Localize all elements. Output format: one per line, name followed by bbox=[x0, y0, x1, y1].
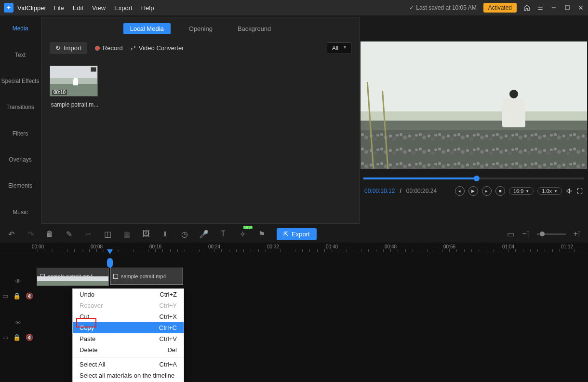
context-menu-item[interactable]: CopyCtrl+C bbox=[73, 322, 184, 333]
video-track-icon[interactable]: ▭ bbox=[2, 292, 8, 300]
track-controls-video2b: ▭ 🔒 🔇 bbox=[0, 324, 36, 351]
sidebar: Media Text Special Effects Transitions F… bbox=[0, 15, 40, 225]
activated-badge[interactable]: Activated bbox=[483, 3, 517, 13]
prev-frame-button[interactable]: ◂ bbox=[455, 186, 465, 196]
video-track-icon[interactable]: ▭ bbox=[2, 334, 8, 341]
ruler-label: 00:56 bbox=[443, 244, 455, 249]
import-icon: ↻ bbox=[55, 44, 61, 52]
flag-icon[interactable]: ⚑ bbox=[257, 230, 266, 238]
undo-icon[interactable]: ↶ bbox=[7, 230, 15, 238]
redo-icon[interactable]: ↷ bbox=[26, 230, 35, 238]
mute-icon[interactable]: 🔇 bbox=[26, 292, 33, 300]
media-panel: Local Media Opening Background ↻ Import … bbox=[41, 17, 360, 224]
sidebar-item-special-effects[interactable]: Special Effects bbox=[0, 68, 40, 94]
sidebar-item-transitions[interactable]: Transitions bbox=[0, 94, 40, 120]
media-duration: 00:10 bbox=[52, 90, 67, 95]
lock-icon[interactable]: 🔒 bbox=[13, 334, 21, 341]
timeline-clip[interactable]: sample potrait.mp4 bbox=[110, 268, 183, 285]
maximize-icon[interactable] bbox=[564, 4, 571, 11]
export-label: Export bbox=[292, 231, 310, 238]
context-menu-item[interactable]: CutCtrl+X bbox=[73, 311, 184, 322]
sidebar-item-music[interactable]: Music bbox=[0, 199, 40, 225]
import-button[interactable]: ↻ Import bbox=[50, 42, 87, 54]
clock-icon[interactable]: ◷ bbox=[180, 230, 189, 238]
timecode-duration: 00:00:20.24 bbox=[406, 188, 437, 194]
preview-video[interactable] bbox=[361, 41, 587, 169]
mute-icon[interactable]: 🔇 bbox=[26, 334, 33, 341]
text-tool-icon[interactable]: T bbox=[219, 230, 227, 238]
ruler-label: 00:48 bbox=[385, 244, 397, 249]
video-converter-button[interactable]: ⇄ Video Converter bbox=[131, 44, 184, 52]
media-item[interactable]: 00:10 sample potrait.m... bbox=[50, 66, 100, 108]
effects-icon[interactable]: ✧ bbox=[238, 230, 247, 238]
minimize-icon[interactable] bbox=[550, 4, 557, 11]
timeline-ruler[interactable]: 00:0000:0800:1600:2400:3200:4000:4800:56… bbox=[0, 243, 588, 253]
next-frame-button[interactable]: ▸ bbox=[482, 186, 492, 196]
delete-icon[interactable]: 🗑 bbox=[45, 230, 54, 238]
record-button[interactable]: Record bbox=[95, 44, 123, 52]
media-filter-dropdown[interactable]: All bbox=[327, 42, 351, 54]
play-overlay-icon bbox=[91, 67, 96, 72]
timeline-toolbar: ↶ ↷ 🗑 ✎ ✂ ◫ ▦ 🖼 ⫫ ◷ 🎤 T ✧ ⚑ ⇱ Export ▭ −… bbox=[0, 225, 588, 243]
context-menu-item[interactable]: Select all materials on the timeline bbox=[73, 370, 184, 381]
playhead[interactable] bbox=[107, 243, 113, 270]
ruler-label: 00:16 bbox=[149, 244, 161, 249]
mic-icon[interactable]: 🎤 bbox=[200, 230, 208, 238]
cut-icon[interactable]: ✂ bbox=[84, 230, 93, 238]
home-icon[interactable] bbox=[523, 4, 530, 11]
speed-dropdown[interactable]: 1.0x▼ bbox=[537, 187, 562, 195]
crop-icon[interactable]: ◫ bbox=[103, 230, 112, 238]
app-logo: ✦ bbox=[4, 3, 13, 13]
fullscreen-icon[interactable] bbox=[576, 188, 583, 194]
timecode-current: 00:00:10.12 bbox=[364, 188, 395, 194]
edit-icon[interactable]: ✎ bbox=[65, 230, 73, 238]
picture-icon[interactable]: 🖼 bbox=[142, 230, 150, 238]
record-icon bbox=[95, 46, 100, 51]
check-icon: ✓ bbox=[409, 4, 414, 11]
eye-icon[interactable]: 👁 bbox=[15, 278, 21, 285]
app-name: VidClipper bbox=[17, 4, 46, 12]
menu-export[interactable]: Export bbox=[114, 4, 133, 12]
zoom-slider[interactable] bbox=[537, 233, 566, 235]
tab-opening[interactable]: Opening bbox=[182, 23, 219, 34]
context-menu-item[interactable]: PasteCtrl+V bbox=[73, 333, 184, 344]
close-icon[interactable] bbox=[577, 4, 584, 11]
chart-icon[interactable]: ⫫ bbox=[161, 230, 170, 238]
tab-local-media[interactable]: Local Media bbox=[123, 23, 171, 34]
menu-view[interactable]: View bbox=[92, 4, 106, 12]
context-menu-item[interactable]: DeleteDel bbox=[73, 344, 184, 355]
sidebar-item-overlays[interactable]: Overlays bbox=[0, 147, 40, 173]
play-button[interactable]: ▶ bbox=[468, 186, 478, 196]
stop-button[interactable]: ■ bbox=[495, 186, 505, 196]
tab-background[interactable]: Background bbox=[231, 23, 278, 34]
sidebar-item-filters[interactable]: Filters bbox=[0, 121, 40, 147]
menu-help[interactable]: Help bbox=[141, 4, 154, 12]
titlebar: ✦ VidClipper File Edit View Export Help … bbox=[0, 0, 588, 15]
export-button[interactable]: ⇱ Export bbox=[277, 228, 317, 240]
context-menu-item[interactable]: UndoCtrl+Z bbox=[73, 289, 184, 300]
menu-file[interactable]: File bbox=[54, 4, 64, 12]
eye-icon[interactable]: 👁 bbox=[15, 319, 21, 327]
lock-icon[interactable]: 🔒 bbox=[13, 292, 21, 300]
sidebar-item-text[interactable]: Text bbox=[0, 41, 40, 68]
mosaic-icon[interactable]: ▦ bbox=[122, 230, 131, 238]
fit-icon[interactable]: ▭ bbox=[506, 230, 515, 238]
clip-name: sample potrait.mp4 bbox=[121, 273, 166, 279]
ruler-label: 00:08 bbox=[91, 244, 103, 249]
aspect-ratio-dropdown[interactable]: 16:9▼ bbox=[509, 187, 534, 195]
timecode-sep: / bbox=[400, 188, 401, 194]
media-thumbnail[interactable]: 00:10 bbox=[50, 66, 98, 96]
chevron-down-icon: ▼ bbox=[554, 189, 558, 193]
menu-edit[interactable]: Edit bbox=[73, 4, 83, 12]
sidebar-item-media[interactable]: Media bbox=[0, 15, 40, 41]
sidebar-item-elements[interactable]: Elements bbox=[0, 173, 40, 199]
zoom-out-icon[interactable]: −⃝ bbox=[521, 230, 530, 238]
timeline-clip-thumb[interactable] bbox=[37, 276, 109, 286]
chevron-down-icon: ▼ bbox=[525, 189, 529, 193]
context-menu-item[interactable]: Select AllCtrl+A bbox=[73, 359, 184, 370]
zoom-in-icon[interactable]: +⃝ bbox=[573, 230, 581, 238]
volume-icon[interactable] bbox=[566, 188, 573, 194]
preview-scrubber[interactable] bbox=[363, 177, 584, 179]
hamburger-icon[interactable] bbox=[537, 4, 544, 11]
export-icon: ⇱ bbox=[283, 231, 289, 238]
